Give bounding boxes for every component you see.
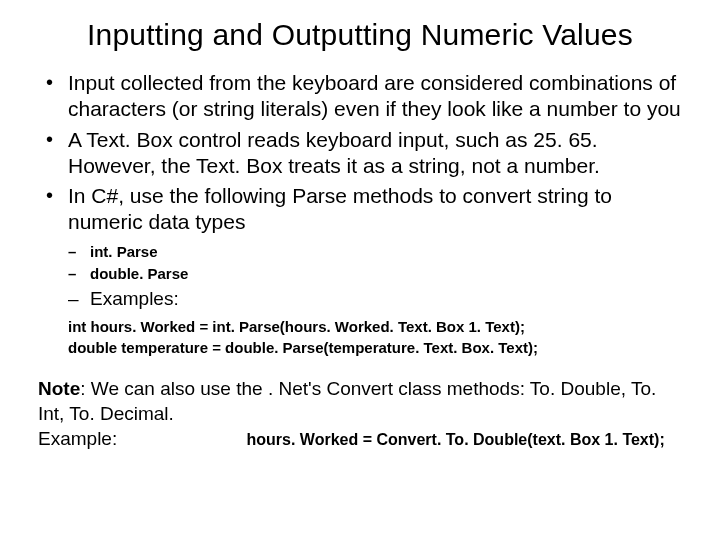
bullet-item: In C#, use the following Parse methods t… [38, 183, 682, 236]
note-label: Note [38, 378, 80, 399]
note-example-label: Example: [38, 428, 117, 449]
slide: Inputting and Outputting Numeric Values … [0, 0, 720, 540]
sub-bullet-item: Examples: [38, 286, 682, 312]
slide-title: Inputting and Outputting Numeric Values [38, 18, 682, 52]
code-examples: int hours. Worked = int. Parse(hours. Wo… [38, 316, 682, 360]
code-line: double temperature = double. Parse(tempe… [68, 337, 682, 359]
bullet-item: A Text. Box control reads keyboard input… [38, 127, 682, 180]
bullet-item: Input collected from the keyboard are co… [38, 70, 682, 123]
bullet-list: Input collected from the keyboard are co… [38, 70, 682, 236]
note-text: : We can also use the . Net's Convert cl… [38, 378, 656, 424]
note-example-code: hours. Worked = Convert. To. Double(text… [246, 431, 664, 448]
note-block: Note: We can also use the . Net's Conver… [38, 377, 682, 451]
sub-bullet-list: int. Parse double. Parse Examples: [38, 242, 682, 312]
sub-bullet-item: double. Parse [38, 264, 682, 284]
sub-bullet-item: int. Parse [38, 242, 682, 262]
code-line: int hours. Worked = int. Parse(hours. Wo… [68, 316, 682, 338]
